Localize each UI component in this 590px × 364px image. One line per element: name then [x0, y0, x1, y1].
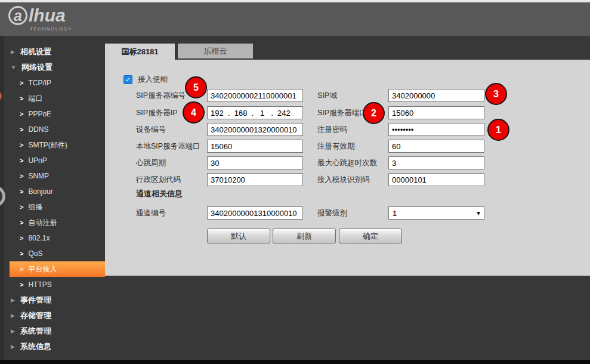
sidebar-item-label: Bonjour [28, 187, 52, 196]
device-id-input[interactable] [207, 123, 303, 136]
chevron-right-icon: > [20, 235, 23, 242]
annotation-circle-4: 4 [183, 101, 205, 124]
channel-section-header: 通道相关信息 [136, 189, 183, 199]
sidebar-item-tcpip[interactable]: > TCP/IP [0, 75, 105, 91]
enable-checkbox[interactable]: ✓ [123, 75, 132, 84]
access-module-id-label: 接入模块识别码 [317, 173, 370, 186]
max-heartbeat-timeout-input[interactable] [388, 156, 484, 169]
sidebar-item-pppoe[interactable]: > PPPoE [0, 106, 105, 122]
alarm-level-value: 1 [393, 209, 397, 218]
local-sip-port-input[interactable] [207, 140, 303, 153]
triangle-right-icon: ▶ [11, 313, 15, 319]
sidebar-item-system-info[interactable]: ▶ 系统信息 [0, 339, 105, 354]
channel-id-input[interactable] [207, 206, 303, 220]
register-password-label: 注册密码 [317, 123, 347, 136]
sidebar-item-label: 端口 [28, 94, 42, 104]
sidebar-item-label: 网络设置 [21, 62, 52, 73]
sidebar-item-label: 平台接入 [28, 264, 57, 274]
sip-domain-input[interactable] [388, 89, 484, 102]
sidebar-item-label: TCP/IP [28, 79, 51, 87]
refresh-button[interactable]: 刷新 [273, 229, 336, 243]
alarm-level-label: 报警级别 [317, 206, 347, 220]
sidebar-item-smtp[interactable]: > SMTP(邮件) [0, 137, 105, 153]
register-validity-label: 注册有效期 [317, 140, 355, 153]
logo-subtitle: TECHNOLOGY [30, 26, 72, 32]
confirm-button[interactable]: 确定 [339, 229, 402, 243]
sidebar-item-label: PPPoE [28, 110, 51, 118]
sip-server-id-label: SIP服务器编号 [136, 89, 186, 102]
heartbeat-period-input[interactable] [207, 156, 303, 169]
sidebar-item-label: DDNS [28, 125, 48, 134]
chevron-right-icon: > [20, 141, 23, 149]
chevron-right-icon: > [20, 203, 23, 211]
triangle-down-icon: ▼ [11, 64, 16, 70]
sidebar-item-label: UPnP [28, 156, 47, 165]
default-button[interactable]: 默认 [207, 229, 270, 243]
sidebar-item-upnp[interactable]: > UPnP [0, 153, 105, 168]
chevron-right-icon: > [20, 110, 23, 118]
register-password-input[interactable] [388, 123, 484, 136]
triangle-right-icon: ▶ [11, 328, 15, 334]
chevron-right-icon: > [20, 126, 23, 133]
admin-region-code-input[interactable] [207, 173, 303, 186]
sidebar-item-event-management[interactable]: ▶ 事件管理 [0, 292, 105, 308]
local-sip-port-label: 本地SIP服务器端口 [136, 140, 200, 153]
sidebar-item-label: 事件管理 [20, 295, 51, 306]
tab-gb28181[interactable]: 国标28181 [105, 44, 175, 60]
sidebar-item-system-management[interactable]: ▶ 系统管理 [0, 323, 105, 339]
chevron-right-icon: > [20, 219, 23, 226]
sidebar-item-network-settings[interactable]: ▼ 网络设置 [0, 60, 105, 75]
sip-server-port-input[interactable] [388, 106, 484, 119]
chevron-right-icon: > [20, 95, 23, 102]
logo-text: lhua [29, 5, 66, 26]
sidebar-item-port[interactable]: > 端口 [0, 91, 105, 106]
chevron-right-icon: > [20, 157, 23, 164]
platform-access-panel: ✓ 接入使能 SIP服务器编号 SIP服务器IP 设备编号 本地SIP服务器端口… [105, 60, 590, 276]
sidebar-item-8021x[interactable]: > 802.1x [0, 230, 105, 246]
sidebar-item-https[interactable]: > HTTPS [0, 277, 105, 292]
sidebar-item-label: 802.1x [28, 234, 50, 242]
sidebar-item-snmp[interactable]: > SNMP [0, 168, 105, 184]
device-id-label: 设备编号 [136, 123, 166, 136]
access-module-id-input[interactable] [388, 173, 484, 186]
sidebar-item-label: 自动注册 [28, 218, 57, 228]
sidebar-item-label: 组播 [28, 202, 42, 212]
sidebar-item-label: 存储管理 [20, 310, 51, 321]
dahua-logo: a lhua TECHNOLOGY [8, 5, 72, 32]
header-banner: a lhua TECHNOLOGY [0, 2, 590, 36]
sidebar-item-ddns[interactable]: > DDNS [0, 122, 105, 137]
tab-lechange-cloud[interactable]: 乐橙云 [178, 44, 253, 58]
sidebar-item-auto-register[interactable]: > 自动注册 [0, 215, 105, 230]
chevron-right-icon: > [20, 188, 23, 195]
triangle-right-icon: ▶ [11, 344, 15, 350]
admin-region-code-label: 行政区划代码 [136, 173, 181, 186]
sidebar-item-label: SNMP [28, 172, 49, 180]
triangle-right-icon: ▶ [11, 297, 15, 303]
sidebar-item-storage-management[interactable]: ▶ 存储管理 [0, 308, 105, 323]
chevron-right-icon: > [20, 266, 23, 273]
chevron-right-icon: > [20, 79, 23, 87]
channel-id-label: 通道编号 [136, 206, 166, 220]
sidebar-item-qos[interactable]: > QoS [0, 246, 105, 261]
register-validity-input[interactable] [388, 140, 484, 153]
chevron-right-icon: > [20, 172, 23, 180]
triangle-right-icon: ▶ [11, 49, 15, 55]
sip-server-port-label: SIP服务器端口 [317, 106, 367, 119]
sidebar-item-bonjour[interactable]: > Bonjour [0, 184, 105, 199]
annotation-circle-1: 1 [487, 119, 509, 141]
sidebar-item-label: 系统管理 [20, 326, 51, 337]
chevron-down-icon: ▾ [477, 209, 480, 217]
sidebar-item-label: HTTPS [28, 280, 51, 289]
sidebar-item-multicast[interactable]: > 组播 [0, 199, 105, 215]
max-heartbeat-timeout-label: 最大心跳超时次数 [317, 156, 377, 169]
sidebar-item-label: SMTP(邮件) [28, 140, 67, 150]
annotation-circle-2: 2 [363, 102, 385, 124]
sip-server-ip-input[interactable] [207, 106, 303, 119]
sidebar-item-camera-settings[interactable]: ▶ 相机设置 [0, 44, 105, 60]
sip-domain-label: SIP域 [317, 89, 337, 102]
bottom-strip [0, 360, 590, 364]
sidebar-item-platform-access[interactable]: > 平台接入 [10, 261, 105, 277]
alarm-level-select[interactable]: 1 ▾ [388, 206, 484, 220]
sidebar: ▶ 相机设置 ▼ 网络设置 > TCP/IP > 端口 > PPPoE > DD… [0, 36, 105, 360]
sip-server-id-input[interactable] [207, 89, 303, 102]
